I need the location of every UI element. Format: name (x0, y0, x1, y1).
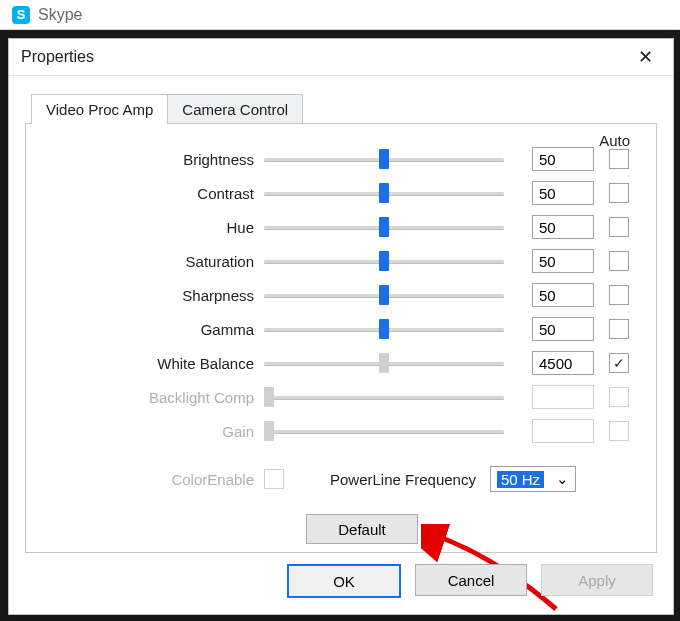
tab-video-proc-amp[interactable]: Video Proc Amp (31, 94, 168, 124)
slider-track[interactable] (264, 186, 504, 200)
value-box[interactable]: 50 (532, 147, 594, 171)
dialog-title-text: Properties (21, 48, 94, 66)
skype-app-name: Skype (38, 6, 82, 24)
slider-track[interactable] (264, 254, 504, 268)
slider-label: Gain (46, 423, 264, 440)
powerline-label: PowerLine Frequency (330, 471, 476, 488)
tab-panel: Auto Brightness50Contrast50Hue50Saturati… (25, 123, 657, 553)
row-sharpness: Sharpness50 (46, 278, 636, 312)
auto-checkbox (609, 387, 629, 407)
tab-strip: Video Proc Amp Camera Control (31, 94, 673, 124)
row-brightness: Brightness50 (46, 142, 636, 176)
tab-camera-control[interactable]: Camera Control (167, 94, 303, 124)
dialog-buttons: OK Cancel Apply (287, 564, 653, 598)
slider-label: White Balance (46, 355, 264, 372)
row-backlight-comp: Backlight Comp (46, 380, 636, 414)
slider-track[interactable] (264, 322, 504, 336)
slider-thumb[interactable] (379, 217, 389, 237)
close-icon[interactable]: ✕ (630, 44, 661, 70)
value-box[interactable]: 50 (532, 215, 594, 239)
row-hue: Hue50 (46, 210, 636, 244)
slider-label: Gamma (46, 321, 264, 338)
slider-thumb[interactable] (379, 149, 389, 169)
auto-checkbox[interactable] (609, 285, 629, 305)
colorenable-checkbox (264, 469, 284, 489)
value-box[interactable]: 4500 (532, 351, 594, 375)
auto-checkbox[interactable] (609, 251, 629, 271)
dialog-titlebar: Properties ✕ (9, 39, 673, 76)
row-saturation: Saturation50 (46, 244, 636, 278)
slider-label: Sharpness (46, 287, 264, 304)
slider-track[interactable] (264, 220, 504, 234)
value-box[interactable]: 50 (532, 181, 594, 205)
auto-checkbox[interactable] (609, 149, 629, 169)
slider-label: Backlight Comp (46, 389, 264, 406)
slider-label: Brightness (46, 151, 264, 168)
slider-track (264, 424, 504, 438)
slider-label: Hue (46, 219, 264, 236)
slider-label: Contrast (46, 185, 264, 202)
slider-thumb[interactable] (379, 319, 389, 339)
skype-logo-icon: S (12, 6, 30, 24)
row-gain: Gain (46, 414, 636, 448)
bottom-options-row: ColorEnable PowerLine Frequency 50 Hz ⌄ (46, 466, 636, 492)
auto-column-header: Auto (599, 132, 630, 149)
slider-thumb[interactable] (379, 251, 389, 271)
skype-titlebar: S Skype (0, 0, 680, 30)
auto-checkbox[interactable]: ✓ (609, 353, 629, 373)
auto-checkbox[interactable] (609, 183, 629, 203)
slider-track[interactable] (264, 288, 504, 302)
slider-thumb (264, 421, 274, 441)
value-box (532, 419, 594, 443)
value-box[interactable]: 50 (532, 283, 594, 307)
properties-dialog: Properties ✕ Video Proc Amp Camera Contr… (8, 38, 674, 615)
slider-thumb (264, 387, 274, 407)
slider-thumb[interactable] (379, 285, 389, 305)
default-button[interactable]: Default (306, 514, 418, 544)
slider-track (264, 390, 504, 404)
ok-button[interactable]: OK (287, 564, 401, 598)
slider-track[interactable] (264, 356, 504, 370)
slider-track[interactable] (264, 152, 504, 166)
slider-thumb[interactable] (379, 353, 389, 373)
row-gamma: Gamma50 (46, 312, 636, 346)
value-box[interactable]: 50 (532, 317, 594, 341)
apply-button: Apply (541, 564, 653, 596)
slider-label: Saturation (46, 253, 264, 270)
colorenable-label: ColorEnable (46, 471, 264, 488)
value-box[interactable]: 50 (532, 249, 594, 273)
slider-thumb[interactable] (379, 183, 389, 203)
powerline-select[interactable]: 50 Hz ⌄ (490, 466, 576, 492)
value-box (532, 385, 594, 409)
row-contrast: Contrast50 (46, 176, 636, 210)
auto-checkbox (609, 421, 629, 441)
powerline-value: 50 Hz (497, 471, 544, 488)
auto-checkbox[interactable] (609, 319, 629, 339)
cancel-button[interactable]: Cancel (415, 564, 527, 596)
auto-checkbox[interactable] (609, 217, 629, 237)
chevron-down-icon: ⌄ (556, 470, 569, 488)
row-white-balance: White Balance4500✓ (46, 346, 636, 380)
